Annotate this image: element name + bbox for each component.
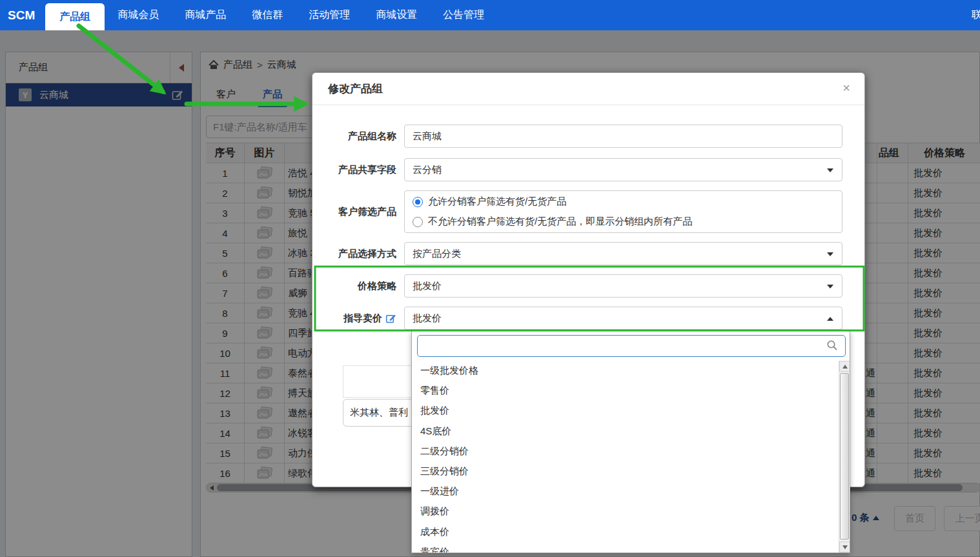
selection-mode-select[interactable]: 按产品分类	[404, 242, 842, 265]
nav-tab[interactable]: 微信群	[239, 0, 296, 30]
dropdown-option[interactable]: 贵宾价	[413, 542, 839, 553]
app-logo: SCM	[8, 0, 35, 30]
nav-tab-label: 公告管理	[443, 8, 484, 22]
price-strategy-label: 价格策略	[312, 274, 404, 298]
field-guide-price: 指导卖价 批发价	[312, 307, 866, 330]
chevron-up-icon	[827, 317, 833, 321]
radio-option[interactable]: 允许分销客户筛选有货/无货产品	[413, 196, 834, 208]
nav-tab-label: 商城设置	[376, 8, 417, 22]
guide-price-value: 批发价	[413, 312, 442, 325]
dropdown-option[interactable]: 批发价	[413, 401, 839, 421]
share-field-label: 产品共享字段	[312, 158, 404, 181]
customer-filter-options: 允许分销客户筛选有货/无货产品 不允许分销客户筛选有货/无货产品，即显示分销组内…	[404, 190, 842, 233]
selection-mode-value: 按产品分类	[413, 248, 461, 260]
group-name-label: 产品组名称	[312, 125, 404, 148]
guide-price-label-text: 指导卖价	[343, 312, 382, 325]
nav-tab[interactable]: 产品组	[45, 3, 105, 30]
radio-option-label: 允许分销客户筛选有货/无货产品	[428, 196, 566, 208]
dropdown-option[interactable]: 一级进价	[413, 481, 839, 501]
scm-app: SCM 产品组商城会员商城产品微信群活动管理商城设置公告管理 联 产品组 Y 云…	[0, 0, 980, 557]
dropdown-option[interactable]: 一级批发价格	[413, 361, 839, 381]
guide-price-label: 指导卖价	[312, 307, 404, 330]
nav-tab-label: 产品组	[59, 10, 90, 24]
top-navbar: SCM 产品组商城会员商城产品微信群活动管理商城设置公告管理 联	[0, 0, 980, 30]
dropdown-option[interactable]: 成本价	[413, 522, 839, 542]
nav-tab-label: 商城产品	[185, 8, 226, 22]
customer-filter-label: 客户筛选产品	[312, 190, 404, 233]
nav-right-clipped-item[interactable]: 联	[972, 0, 980, 30]
scroll-up-icon[interactable]	[839, 361, 850, 372]
dropdown-option[interactable]: 二级分销价	[413, 441, 839, 461]
dropdown-option[interactable]: 4S底价	[413, 421, 839, 441]
radio-option[interactable]: 不允许分销客户筛选有货/无货产品，即显示分销组内所有产品	[413, 216, 834, 228]
radio-icon	[413, 197, 423, 207]
share-field-value: 云分销	[413, 164, 442, 176]
dropdown-option-list: 一级批发价格零售价批发价4S底价二级分销价三级分销价一级进价调拨价成本价贵宾价	[413, 361, 839, 553]
price-strategy-select[interactable]: 批发价	[404, 274, 842, 298]
vertical-scroll-thumb[interactable]	[840, 373, 849, 540]
nav-tab-label: 活动管理	[309, 8, 350, 22]
modal-title: 修改产品组	[328, 81, 383, 96]
selection-mode-label: 产品选择方式	[312, 242, 404, 265]
nav-tab[interactable]: 活动管理	[296, 0, 363, 30]
guide-price-select[interactable]: 批发价	[404, 307, 842, 330]
chevron-down-icon	[827, 285, 833, 289]
nav-tab-label: 微信群	[252, 8, 283, 22]
chevron-down-icon	[827, 252, 833, 256]
nav-tab[interactable]: 公告管理	[430, 0, 497, 30]
field-customer-filter: 客户筛选产品 允许分销客户筛选有货/无货产品 不允许分销客户筛选有货/无货产品，…	[312, 190, 866, 233]
nav-tab[interactable]: 商城产品	[172, 0, 239, 30]
share-field-select[interactable]: 云分销	[404, 158, 842, 181]
field-group-name: 产品组名称	[312, 125, 866, 148]
group-name-input[interactable]	[404, 125, 842, 148]
field-price-strategy: 价格策略 批发价	[312, 274, 866, 298]
nav-tab[interactable]: 商城设置	[363, 0, 430, 30]
nav-tab[interactable]: 商城会员	[105, 0, 172, 30]
dropdown-option[interactable]: 调拨价	[413, 501, 839, 522]
nav-tab-list: 产品组商城会员商城产品微信群活动管理商城设置公告管理	[45, 0, 497, 30]
dropdown-option[interactable]: 三级分销价	[413, 461, 839, 481]
guide-price-dropdown: 一级批发价格零售价批发价4S底价二级分销价三级分销价一级进价调拨价成本价贵宾价	[411, 330, 850, 553]
modal-header: 修改产品组 ×	[312, 73, 864, 105]
dropdown-scrollbar[interactable]	[839, 361, 850, 552]
dropdown-search-input[interactable]	[417, 335, 846, 357]
nav-tab-label: 商城会员	[117, 8, 159, 22]
field-share: 产品共享字段 云分销	[312, 158, 866, 181]
radio-icon	[413, 217, 423, 227]
search-icon	[826, 339, 838, 351]
price-strategy-value: 批发价	[413, 280, 442, 292]
scroll-down-icon[interactable]	[839, 542, 850, 552]
edit-guide-price-icon[interactable]	[385, 313, 396, 324]
radio-option-label: 不允许分销客户筛选有货/无货产品，即显示分销组内所有产品	[428, 216, 692, 228]
field-selection-mode: 产品选择方式 按产品分类	[312, 242, 866, 265]
dropdown-option[interactable]: 零售价	[413, 381, 839, 401]
chevron-down-icon	[827, 168, 833, 172]
close-icon[interactable]: ×	[842, 81, 850, 94]
